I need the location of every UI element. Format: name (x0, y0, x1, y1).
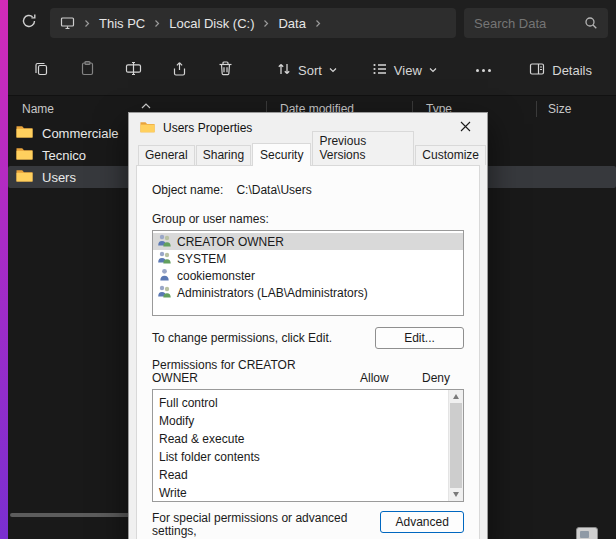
permission-row[interactable]: Read (159, 466, 443, 484)
permission-row[interactable]: Read & execute (159, 430, 443, 448)
file-name: Tecnico (42, 148, 86, 163)
object-name-value: C:\Data\Users (236, 183, 311, 197)
permission-row[interactable]: Modify (159, 412, 443, 430)
dialog-title-bar: Users Properties (129, 113, 487, 143)
tab-security[interactable]: Security (252, 143, 311, 166)
tab-previous-versions[interactable]: Previous Versions (312, 131, 414, 165)
this-pc-icon (60, 16, 75, 30)
permissions-header: Permissions for CREATOR OWNER Allow Deny (152, 359, 464, 385)
permissions-for-line2: OWNER (152, 371, 198, 385)
close-button[interactable] (451, 116, 479, 140)
chevron-down-icon (328, 63, 338, 78)
principal-row[interactable]: SYSTEM (153, 250, 463, 267)
details-label: Details (552, 63, 592, 78)
folder-icon (16, 125, 33, 141)
principal-name: Administrators (LAB\Administrators) (177, 286, 368, 300)
scrollbar-thumb[interactable] (450, 403, 462, 488)
chevron-right-icon[interactable] (262, 19, 270, 28)
advanced-hint: For special permissions or advanced sett… (152, 511, 380, 539)
copy-button[interactable] (22, 53, 60, 89)
more-options-button[interactable] (470, 61, 497, 80)
advanced-hint-line1: For special permissions or advanced sett… (152, 511, 347, 538)
chevron-right-icon[interactable] (314, 19, 322, 28)
scroll-down-icon[interactable] (453, 492, 459, 497)
folder-icon (140, 121, 155, 136)
edit-button[interactable]: Edit... (375, 327, 464, 349)
group-icon (157, 251, 172, 267)
permissions-for-label: Permissions for CREATOR OWNER (152, 359, 360, 385)
sort-ascending-icon (141, 98, 151, 112)
close-icon (460, 121, 471, 135)
edit-hint: To change permissions, click Edit. (152, 327, 332, 345)
dialog-title: Users Properties (163, 121, 252, 135)
tab-general[interactable]: General (138, 145, 195, 165)
vertical-scrollbar[interactable] (448, 390, 463, 501)
file-name: Commerciale (42, 126, 119, 141)
allow-column-label: Allow (360, 371, 422, 385)
advanced-row: For special permissions or advanced sett… (152, 511, 464, 539)
command-bar: Sort View (8, 46, 616, 96)
chevron-right-icon[interactable] (83, 19, 91, 28)
refresh-icon (21, 13, 37, 33)
permissions-list[interactable]: Full control Modify Read & execute List … (152, 389, 464, 502)
view-icon (372, 61, 388, 80)
column-header-name[interactable]: Name (22, 102, 54, 116)
search-input[interactable] (474, 16, 584, 31)
principal-name: cookiemonster (177, 269, 255, 283)
deny-column-label: Deny (422, 371, 464, 385)
principal-row-selected[interactable]: CREATOR OWNER (153, 233, 463, 250)
tab-strip: General Sharing Security Previous Versio… (129, 143, 487, 165)
chevron-right-icon[interactable] (153, 19, 161, 28)
principal-name: SYSTEM (177, 252, 226, 266)
edit-row: To change permissions, click Edit. Edit.… (152, 327, 464, 349)
column-header-size[interactable]: Size (548, 102, 571, 116)
folder-icon (16, 169, 33, 185)
address-bar: This PC Local Disk (C:) Data (8, 0, 616, 46)
permission-row[interactable]: List folder contents (159, 448, 443, 466)
sort-label: Sort (298, 63, 322, 78)
user-icon (157, 268, 172, 284)
principal-name: CREATOR OWNER (177, 235, 284, 249)
rename-icon (125, 60, 142, 81)
breadcrumb-this-pc[interactable]: This PC (99, 16, 145, 31)
view-label: View (394, 63, 422, 78)
search-icon (584, 16, 598, 30)
screen: This PC Local Disk (C:) Data (0, 0, 616, 539)
breadcrumb-local-disk-c[interactable]: Local Disk (C:) (169, 16, 254, 31)
sort-icon (276, 61, 292, 80)
rename-button[interactable] (114, 53, 152, 89)
group-icon (157, 234, 172, 250)
folder-icon (16, 147, 33, 163)
permission-row[interactable]: Write (159, 484, 443, 502)
permission-row[interactable]: Full control (159, 394, 443, 412)
advanced-button[interactable]: Advanced (380, 511, 464, 533)
search-box (464, 8, 608, 38)
paste-icon (79, 60, 96, 81)
share-icon (171, 60, 188, 81)
tab-customize[interactable]: Customize (415, 145, 486, 165)
sort-button[interactable]: Sort (266, 55, 348, 86)
column-divider[interactable] (536, 101, 537, 117)
breadcrumb-data[interactable]: Data (278, 16, 305, 31)
trash-icon (217, 60, 234, 81)
scroll-up-icon[interactable] (453, 394, 459, 399)
chevron-down-icon (428, 63, 438, 78)
share-button[interactable] (160, 53, 198, 89)
group-or-user-names-label: Group or user names: (152, 212, 464, 226)
tab-sharing[interactable]: Sharing (196, 145, 251, 165)
properties-dialog: Users Properties General Sharing Securit… (128, 112, 488, 539)
breadcrumb: This PC Local Disk (C:) Data (50, 8, 456, 38)
details-pane-icon (529, 61, 545, 80)
copy-icon (33, 60, 50, 81)
group-icon (157, 285, 172, 301)
principal-row[interactable]: Administrators (LAB\Administrators) (153, 284, 463, 301)
object-name-row: Object name: C:\Data\Users (152, 183, 464, 197)
refresh-button[interactable] (14, 8, 44, 38)
details-button[interactable]: Details (519, 55, 602, 86)
view-button[interactable]: View (362, 55, 448, 86)
paste-button[interactable] (68, 53, 106, 89)
delete-button[interactable] (206, 53, 244, 89)
principal-row[interactable]: cookiemonster (153, 267, 463, 284)
group-user-list[interactable]: CREATOR OWNER SYSTEM cookiemonster (152, 230, 464, 316)
object-name-label: Object name: (152, 183, 223, 197)
